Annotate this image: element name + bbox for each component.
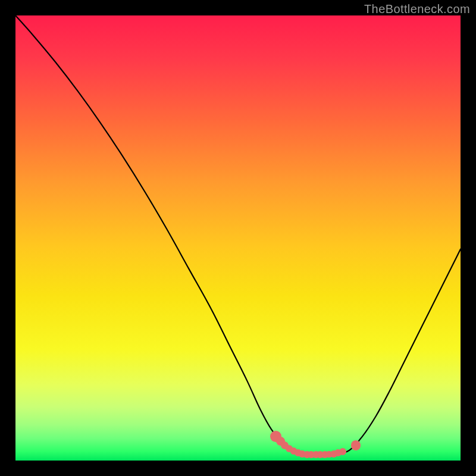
curve-marker bbox=[303, 451, 311, 458]
curve-marker bbox=[286, 445, 293, 452]
curve-marker bbox=[281, 441, 289, 449]
curve-marker bbox=[270, 431, 281, 442]
curve-marker bbox=[276, 437, 285, 446]
curve-marker bbox=[295, 449, 302, 456]
curve-marker bbox=[339, 448, 346, 455]
curve-marker bbox=[334, 449, 342, 456]
chart-frame: TheBottleneck.com bbox=[0, 0, 476, 476]
curve-marker bbox=[290, 447, 298, 455]
watermark-text: TheBottleneck.com bbox=[364, 2, 470, 16]
bottleneck-curve bbox=[15, 15, 461, 461]
curve-marker bbox=[330, 450, 337, 458]
curve-marker bbox=[308, 451, 315, 458]
curve-marker bbox=[351, 440, 361, 450]
curve-marker bbox=[325, 451, 333, 458]
curve-marker bbox=[299, 450, 306, 458]
curve-marker bbox=[312, 451, 320, 458]
curve-marker bbox=[321, 451, 328, 458]
plot-area bbox=[15, 15, 461, 461]
curve-marker bbox=[317, 451, 324, 458]
